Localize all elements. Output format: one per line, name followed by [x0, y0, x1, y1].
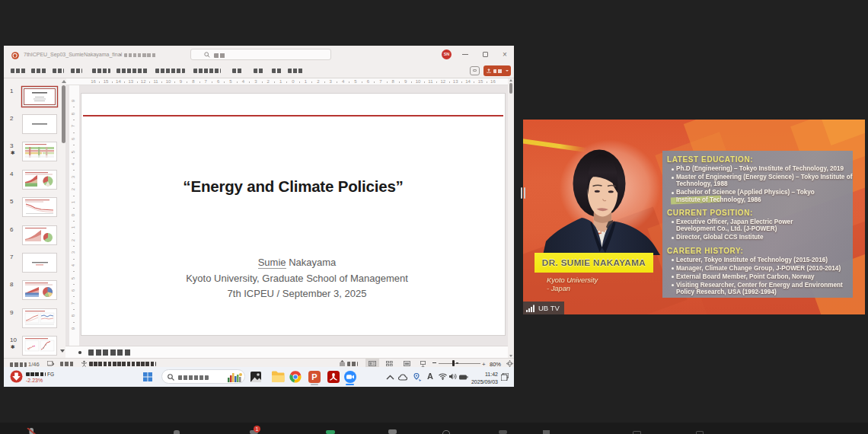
svg-text:P: P [311, 372, 317, 381]
